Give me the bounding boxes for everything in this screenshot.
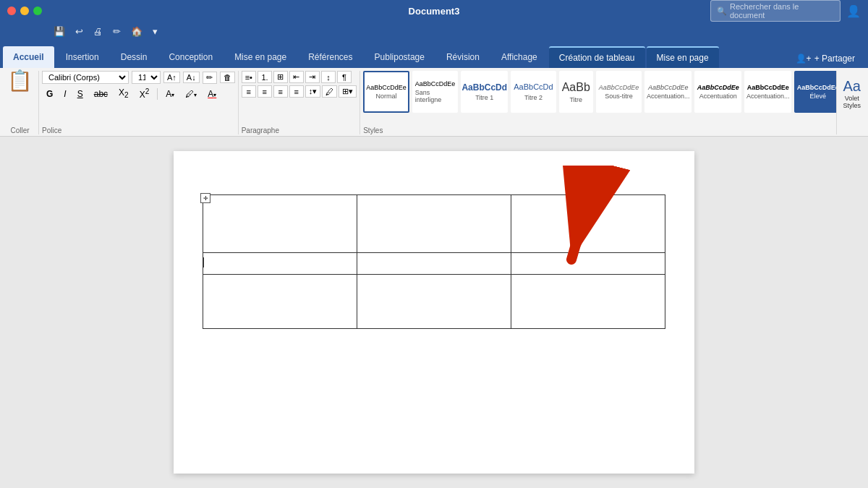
decrease-indent-button[interactable]: ⇤	[289, 71, 304, 83]
superscript-button[interactable]: X2	[135, 86, 154, 101]
style-acc3-label: Accentuation...	[746, 93, 790, 100]
print-button[interactable]: 🖨	[90, 25, 106, 38]
tab-references[interactable]: Références	[298, 46, 362, 68]
more-button[interactable]: ▾	[150, 25, 161, 38]
table-cell[interactable]	[511, 195, 665, 253]
table-cell[interactable]	[203, 195, 357, 253]
style-titre1[interactable]: AaBbCcDd Titre 1	[461, 71, 508, 113]
paragraph-label: Paragraphe	[242, 124, 357, 134]
style-accentuation3[interactable]: AaBbCcDdEe Accentuation...	[744, 71, 791, 113]
text-cursor	[203, 257, 204, 267]
tab-insertion[interactable]: Insertion	[56, 46, 109, 68]
tab-affichage[interactable]: Affichage	[491, 46, 548, 68]
style-eleve[interactable]: AaBbCcDdEe Élevé	[794, 71, 837, 113]
clear-format-button[interactable]: 🗑	[220, 72, 235, 83]
close-button[interactable]	[7, 7, 16, 15]
document-table[interactable]	[203, 194, 665, 329]
table-cell[interactable]	[511, 253, 665, 275]
style-titre2-preview: AaBbCcDd	[514, 82, 553, 92]
tab-conception[interactable]: Conception	[158, 46, 223, 68]
tab-dessin[interactable]: Dessin	[111, 46, 158, 68]
maximize-button[interactable]	[33, 7, 42, 15]
increase-indent-button[interactable]: ⇥	[305, 71, 320, 83]
table-cell[interactable]	[357, 275, 511, 329]
tab-revision[interactable]: Révision	[436, 46, 490, 68]
share-button[interactable]: 👤+ + Partager	[786, 49, 865, 68]
underline-button[interactable]: S	[73, 87, 88, 100]
text-color-button[interactable]: A▾	[203, 87, 221, 100]
paragraph-section: ≡• 1. ⊞ ⇤ ⇥ ↕ ¶ ≡ ≡ ≡ ≡ ↕▾ 🖊 ⊞▾ Paragrap…	[239, 71, 361, 134]
quick-access-toolbar: 💾 ↩ 🖨 ✏ 🏠 ▾	[0, 22, 868, 40]
style-titre[interactable]: AaBb Titre	[559, 71, 593, 113]
style-normal-label: Normal	[375, 93, 396, 100]
save-button[interactable]: 💾	[51, 25, 68, 38]
highlight-color-button[interactable]: A▾	[161, 87, 179, 100]
font-family-select[interactable]: Calibri (Corps)	[42, 71, 129, 84]
volet-icon: Aa	[843, 78, 861, 95]
table-move-handle[interactable]: ✛	[200, 193, 210, 203]
tab-mise-en-page-tableau[interactable]: Mise en page	[647, 46, 719, 68]
minimize-button[interactable]	[20, 7, 29, 15]
paste-button[interactable]: 📋	[7, 71, 33, 91]
bullets-button[interactable]: ≡•	[242, 71, 256, 83]
style-sous-titre[interactable]: AaBbCcDdEe Sous-titre	[596, 71, 642, 113]
table-cell[interactable]	[203, 253, 357, 275]
tab-publipostage[interactable]: Publipostage	[365, 46, 435, 68]
style-sous-label: Sous-titre	[605, 93, 633, 100]
style-sous-preview: AaBbCcDdEe	[599, 84, 639, 92]
styles-label: Styles	[363, 124, 833, 134]
numbering-button[interactable]: 1.	[258, 71, 272, 83]
bold-button[interactable]: G	[42, 87, 57, 100]
style-accentuation1[interactable]: AaBbCcDdEe Accentuation...	[644, 71, 692, 113]
style-titre1-label: Titre 1	[475, 94, 493, 101]
search-icon: 🔍	[717, 7, 727, 16]
volet-styles-button[interactable]: Aa VoletStyles	[843, 78, 861, 109]
font-color-button[interactable]: 🖊▾	[181, 87, 201, 100]
undo-button[interactable]: ↩	[72, 25, 86, 38]
subscript-button[interactable]: X2	[114, 86, 133, 100]
edit-button[interactable]: ✏	[110, 25, 124, 38]
style-titre-preview: AaBb	[562, 80, 590, 94]
table-cell[interactable]	[511, 275, 665, 329]
font-decrease-button[interactable]: A↓	[183, 72, 200, 83]
font-increase-button[interactable]: A↑	[163, 72, 180, 83]
italic-button[interactable]: I	[59, 87, 70, 100]
strikethrough-button[interactable]: abc	[90, 87, 112, 100]
style-acc1-preview: AaBbCcDdEe	[648, 84, 689, 92]
sort-button[interactable]: ↕	[321, 71, 336, 83]
table-cell[interactable]	[203, 275, 357, 329]
style-titre1-preview: AaBbCcDd	[461, 82, 507, 93]
pilcrow-button[interactable]: ¶	[337, 71, 352, 83]
style-sans-preview: AaBbCcDdEe	[415, 80, 456, 88]
table-cell[interactable]	[357, 253, 511, 275]
font-size-select[interactable]: 11	[132, 71, 161, 84]
style-accentuation2[interactable]: AaBbCcDdEe Accentuation	[694, 71, 741, 113]
tab-bar: Accueil Insertion Dessin Conception Mise…	[0, 40, 868, 68]
align-left-button[interactable]: ≡	[242, 85, 256, 98]
tab-accueil[interactable]: Accueil	[3, 46, 54, 68]
share-label: + Partager	[814, 53, 855, 64]
home-button[interactable]: 🏠	[128, 25, 145, 38]
search-box[interactable]: 🔍 Rechercher dans le document	[710, 0, 841, 22]
justify-button[interactable]: ≡	[289, 85, 304, 98]
multilevel-button[interactable]: ⊞	[273, 71, 288, 83]
table-row	[203, 253, 665, 275]
tab-creation-tableau[interactable]: Création de tableau	[549, 46, 645, 68]
user-icon[interactable]: 👤	[846, 4, 861, 18]
tab-mise-en-page[interactable]: Mise en page	[224, 46, 297, 68]
window-controls	[7, 7, 42, 15]
style-sans-interligne[interactable]: AaBbCcDdEe Sans interligne	[412, 71, 459, 113]
shading-button[interactable]: 🖊	[322, 85, 337, 98]
align-center-button[interactable]: ≡	[258, 85, 272, 98]
borders-button[interactable]: ⊞▾	[339, 85, 357, 98]
align-right-button[interactable]: ≡	[273, 85, 288, 98]
volet-label: VoletStyles	[843, 95, 861, 109]
font-format-button[interactable]: ✏	[203, 72, 217, 84]
volet-section: Aa VoletStyles	[837, 71, 867, 134]
line-spacing-button[interactable]: ↕▾	[305, 85, 321, 98]
ribbon: 📋 Coller Calibri (Corps) 11 A↑ A↓ ✏ 🗑 G …	[0, 68, 868, 137]
document-title: Document3	[409, 6, 460, 17]
style-normal[interactable]: AaBbCcDdEe Normal	[363, 71, 409, 113]
style-titre2[interactable]: AaBbCcDd Titre 2	[511, 71, 556, 113]
table-cell[interactable]	[357, 195, 511, 253]
